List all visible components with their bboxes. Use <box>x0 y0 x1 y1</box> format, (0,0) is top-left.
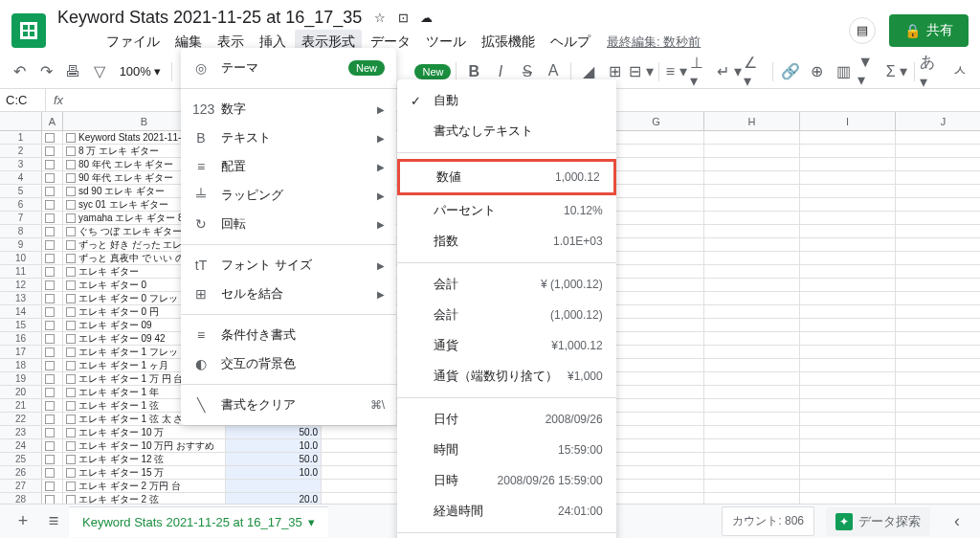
undo-button[interactable]: ↶ <box>8 58 33 85</box>
cell[interactable] <box>609 466 704 479</box>
cell[interactable] <box>609 372 704 385</box>
cell[interactable] <box>609 346 704 358</box>
cell[interactable] <box>896 426 980 438</box>
checkbox[interactable] <box>45 388 55 397</box>
cell[interactable] <box>42 413 63 425</box>
cell[interactable] <box>896 359 980 371</box>
checkbox[interactable] <box>45 173 55 183</box>
cell[interactable] <box>609 238 704 251</box>
checkbox[interactable] <box>45 441 55 451</box>
cell[interactable] <box>609 145 704 157</box>
row-header[interactable]: 25 <box>0 453 42 465</box>
cell[interactable]: エレキ ギター 15 万 <box>63 466 226 479</box>
cell[interactable] <box>800 413 896 425</box>
number-format-item[interactable]: 数値1,000.12 <box>397 159 616 195</box>
cell[interactable] <box>800 480 896 492</box>
row-header[interactable]: 7 <box>0 212 42 224</box>
number-format-item[interactable]: ✓自動 <box>397 85 616 116</box>
cell[interactable] <box>609 198 704 211</box>
number-format-item[interactable]: 通貨（端数切り捨て）¥1,000 <box>397 361 616 392</box>
paint-format-button[interactable]: ▽ <box>87 58 112 85</box>
checkbox[interactable] <box>45 267 55 277</box>
explore-button[interactable]: ✦ データ探索 <box>826 507 930 536</box>
row-header[interactable]: 1 <box>0 131 42 144</box>
collapse-toolbar-button[interactable]: ㅅ <box>947 58 972 85</box>
zoom-select[interactable]: 100% ▾ <box>114 64 167 78</box>
checkbox[interactable] <box>66 374 76 384</box>
checkbox[interactable] <box>45 254 55 263</box>
cell[interactable] <box>609 158 704 170</box>
cell[interactable] <box>800 212 896 224</box>
checkbox[interactable] <box>45 428 55 437</box>
format-menu-item[interactable]: tTフォント サイズ▶ <box>181 251 396 280</box>
cell[interactable] <box>609 131 704 144</box>
cell[interactable] <box>896 332 980 345</box>
checkbox[interactable] <box>66 388 76 397</box>
cell[interactable] <box>800 305 896 318</box>
cell[interactable] <box>704 252 800 264</box>
row-header[interactable]: 13 <box>0 292 42 304</box>
add-sheet-button[interactable]: + <box>8 506 38 537</box>
checkbox[interactable] <box>45 374 55 384</box>
checkbox[interactable] <box>66 415 76 424</box>
chart-button[interactable]: ▥ <box>832 58 857 85</box>
number-format-item[interactable]: 経過時間24:01:00 <box>397 496 616 527</box>
checkbox[interactable] <box>45 307 55 317</box>
cell[interactable] <box>609 185 704 197</box>
cell[interactable] <box>704 305 800 318</box>
checkbox[interactable] <box>66 187 76 196</box>
checkbox[interactable] <box>66 280 76 290</box>
checkbox[interactable] <box>66 146 76 156</box>
cell[interactable] <box>609 265 704 278</box>
cell[interactable] <box>42 332 63 345</box>
row-header[interactable]: 8 <box>0 225 42 237</box>
checkbox[interactable] <box>66 455 76 464</box>
number-format-item[interactable]: 通貨¥1,000.12 <box>397 330 616 361</box>
cell[interactable] <box>896 279 980 291</box>
cell[interactable] <box>896 198 980 211</box>
checkbox[interactable] <box>45 146 55 156</box>
cell[interactable] <box>896 145 980 157</box>
cell[interactable] <box>896 372 980 385</box>
cell[interactable] <box>42 386 63 398</box>
checkbox[interactable] <box>66 133 76 143</box>
filter-button[interactable]: ▼ ▾ <box>858 58 882 85</box>
number-format-item[interactable]: 書式なしテキスト <box>397 116 616 146</box>
cell[interactable] <box>42 185 63 197</box>
row-header[interactable]: 14 <box>0 305 42 318</box>
cell[interactable] <box>42 212 63 224</box>
cell[interactable] <box>800 359 896 371</box>
cell[interactable] <box>800 346 896 358</box>
cell[interactable]: エレキ ギター 12 弦 <box>63 453 226 465</box>
cell[interactable] <box>704 426 800 438</box>
cell[interactable] <box>42 426 63 438</box>
cell[interactable] <box>42 279 63 291</box>
cell[interactable] <box>609 171 704 184</box>
checkbox[interactable] <box>45 294 55 303</box>
cell[interactable] <box>896 212 980 224</box>
cell[interactable] <box>609 386 704 398</box>
row-header[interactable]: 6 <box>0 198 42 211</box>
cell[interactable] <box>800 332 896 345</box>
cell[interactable]: エレキ ギター 10 万円 おすすめ <box>63 439 226 452</box>
cell[interactable] <box>704 171 800 184</box>
cell[interactable] <box>896 185 980 197</box>
row-header[interactable]: 22 <box>0 413 42 425</box>
checkbox[interactable] <box>45 495 55 504</box>
cell[interactable] <box>42 305 63 318</box>
format-menu-item[interactable]: ↻回転▶ <box>181 210 396 238</box>
cell[interactable] <box>42 158 63 170</box>
cell[interactable] <box>896 265 980 278</box>
cell[interactable] <box>800 426 896 438</box>
cell[interactable] <box>800 252 896 264</box>
cell[interactable] <box>704 439 800 452</box>
checkbox[interactable] <box>66 428 76 437</box>
cell[interactable] <box>42 399 63 412</box>
merge-button[interactable]: ⊟ ▾ <box>629 58 654 85</box>
cell[interactable] <box>896 413 980 425</box>
cell[interactable] <box>609 426 704 438</box>
star-icon[interactable]: ☆ <box>371 10 389 27</box>
format-menu-item[interactable]: ╲書式をクリア⌘\ <box>181 391 396 419</box>
cell[interactable] <box>896 158 980 170</box>
cell[interactable]: 10.0 <box>226 466 322 479</box>
